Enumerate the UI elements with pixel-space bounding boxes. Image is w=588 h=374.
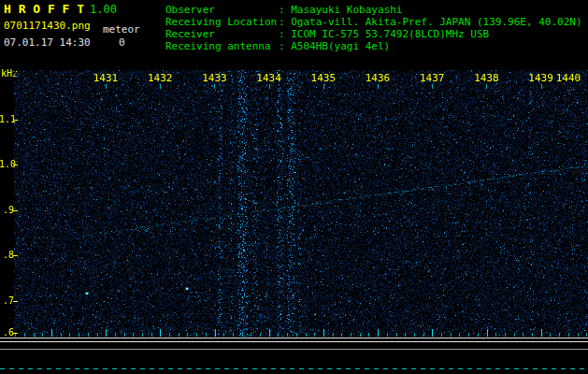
level-ref-line-1: [0, 338, 588, 338]
app-title: H R O F F T: [4, 3, 84, 15]
level-ref-line-3: [0, 349, 588, 350]
info-colon: :: [279, 28, 291, 40]
spectrogram: [14, 70, 588, 337]
info-line: Receiver: ICOM IC-575 53.7492(8LCD)MHz U…: [165, 28, 582, 40]
level-ref-line-2: [0, 341, 588, 342]
y-tick-label: 1.0: [0, 160, 14, 169]
info-value: ICOM IC-575 53.7492(8LCD)MHz USB: [291, 28, 489, 40]
info-line: Observer: Masayuki Kobayashi: [165, 4, 582, 16]
y-tick-label: .6: [0, 328, 14, 338]
info-value: A504HB(yagi 4el): [291, 40, 390, 52]
info-label: Receiving antenna: [165, 40, 279, 52]
mode-label: meteor: [103, 24, 140, 35]
y-tick-label: .7: [0, 296, 14, 306]
hrofft-screen: H R O F F T 1.00 0701171430.png meteor 0…: [0, 0, 588, 374]
info-panel: Observer: Masayuki KobayashiReceiving Lo…: [165, 4, 582, 52]
info-label: Receiving Location: [165, 16, 279, 28]
signal-trace: [0, 368, 588, 369]
y-tick-label: .9: [0, 206, 14, 215]
info-line: Receiving antenna: A504HB(yagi 4el): [165, 40, 582, 52]
output-filename: 0701171430.png: [4, 21, 91, 31]
meteor-count: 0: [119, 37, 125, 48]
app-version: 1.00: [90, 4, 117, 15]
info-line: Receiving Location: Ogata-vill. Akita-Pr…: [165, 16, 582, 28]
datetime: 07.01.17 14:30: [4, 37, 91, 48]
y-tick-label: 1.1: [0, 115, 14, 124]
y-tick-label: .8: [0, 251, 14, 260]
info-value: Masayuki Kobayashi: [291, 4, 402, 16]
info-colon: :: [279, 40, 291, 52]
info-label: Receiver: [165, 28, 279, 40]
info-colon: :: [279, 16, 291, 28]
info-value: Ogata-vill. Akita-Pref. JAPAN (139.96E, …: [291, 16, 581, 28]
info-label: Observer: [165, 4, 279, 16]
info-colon: :: [279, 4, 291, 16]
